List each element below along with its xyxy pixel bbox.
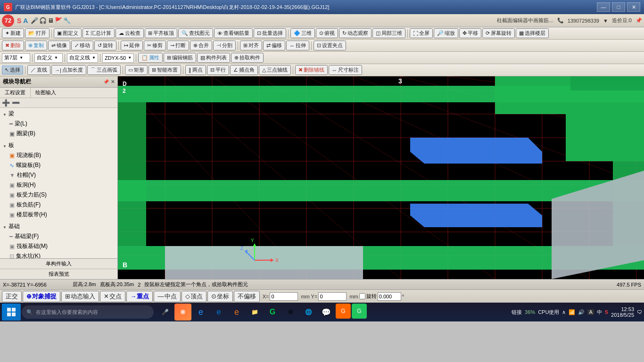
snap-btn-obj-snap[interactable]: ⊕ 对象捕捉 bbox=[23, 291, 60, 302]
layer-combo[interactable]: 第7层 bbox=[2, 53, 30, 63]
btn-find-elem[interactable]: 🔍查找图元 bbox=[178, 28, 213, 38]
ime-cn-icon[interactable]: 中 bbox=[597, 309, 602, 316]
nav-item-col-cap[interactable]: ▼柱帽(V) bbox=[0, 170, 117, 180]
network-icon[interactable]: 📶 bbox=[569, 309, 575, 315]
btn-rotate[interactable]: ↺旋转 bbox=[94, 41, 116, 50]
nav-item-slab-neg-f[interactable]: ▣板负筋(F) bbox=[0, 200, 117, 210]
btn-3pt-arc[interactable]: ⌒三点画弧 bbox=[87, 65, 121, 75]
nav-section-found-header[interactable]: 基础 bbox=[0, 222, 117, 231]
btn-stretch[interactable]: ↔拉伸 bbox=[286, 41, 309, 50]
start-button[interactable] bbox=[2, 304, 21, 321]
btn-parallel[interactable]: ⊟平行 bbox=[207, 65, 229, 75]
btn-move[interactable]: ⤢移动 bbox=[71, 41, 93, 50]
snap-btn-no-offset[interactable]: 不偏移 bbox=[234, 291, 260, 302]
btn-report-preview[interactable]: 报表预览 bbox=[0, 269, 117, 279]
y-coord-input[interactable] bbox=[318, 292, 347, 301]
nav-item-slab-rebar-s[interactable]: ▣板受力筋(S) bbox=[0, 190, 117, 200]
nav-item-ring-beam[interactable]: ▣ 圈梁(B) bbox=[0, 129, 117, 139]
btn-sum[interactable]: Σ 汇总计算 bbox=[83, 28, 115, 38]
btn-align[interactable]: ⊞对齐 bbox=[240, 41, 262, 50]
snap-btn-ortho[interactable]: 正交 bbox=[2, 291, 22, 302]
taskbar-app-chat[interactable]: 💬 bbox=[318, 304, 335, 321]
nav-tab-engineering[interactable]: 工程设置 bbox=[0, 88, 31, 98]
viewport-3d[interactable]: D 2 3 B X Y Z bbox=[118, 76, 644, 279]
antivirus-icon[interactable]: S bbox=[605, 309, 608, 315]
maximize-button[interactable]: □ bbox=[612, 2, 625, 12]
btn-3pt-axis[interactable]: △三点轴线 bbox=[259, 65, 291, 75]
btn-new[interactable]: ✦新建 bbox=[2, 28, 24, 38]
tray-chevron[interactable]: ∧ bbox=[562, 309, 566, 315]
btn-edit-rebar[interactable]: ⊞编辑钢筋 bbox=[164, 53, 196, 63]
nav-item-beam-l[interactable]: ━ 梁(L) bbox=[0, 119, 117, 129]
snap-btn-intersect[interactable]: ✕ 交点 bbox=[100, 291, 125, 302]
taskbar-app-browser2[interactable]: e bbox=[228, 304, 245, 321]
btn-single-comp[interactable]: 单构件输入 bbox=[0, 259, 117, 269]
taskbar-app-folder[interactable]: 📁 bbox=[246, 304, 263, 321]
btn-top-view[interactable]: ⊙俯视 bbox=[316, 28, 338, 38]
btn-dynamic-obs[interactable]: ↻动态观察 bbox=[339, 28, 372, 38]
snap-btn-coord[interactable]: ⊙ 坐标 bbox=[207, 291, 233, 302]
btn-align-top[interactable]: ⊞平齐板顶 bbox=[145, 28, 177, 38]
btn-dim[interactable]: ↔尺寸标注 bbox=[329, 65, 362, 75]
taskbar-app-settings[interactable]: ⚙ bbox=[282, 304, 299, 321]
btn-offset[interactable]: ⇄偏移 bbox=[263, 41, 285, 50]
btn-mirror[interactable]: ⇌镜像 bbox=[48, 41, 70, 50]
btn-select[interactable]: ↖选择 bbox=[2, 66, 23, 74]
nav-item-sump[interactable]: ⊡集水坑(K) bbox=[0, 251, 117, 258]
close-button[interactable]: ✕ bbox=[627, 2, 640, 12]
btn-batch-select[interactable]: ⊡批量选择 bbox=[254, 28, 286, 38]
btn-pick-comp[interactable]: ⊕拾取构件 bbox=[231, 53, 264, 63]
x-coord-input[interactable] bbox=[270, 292, 298, 301]
btn-set-grip[interactable]: ⊡设置夹点 bbox=[314, 41, 346, 50]
nav-item-found-beam[interactable]: ━基础梁(F) bbox=[0, 231, 117, 241]
nav-pin-icon[interactable]: 📌 bbox=[103, 79, 109, 84]
linetype-combo[interactable]: 自定义线 bbox=[67, 53, 98, 63]
snap-btn-vertex[interactable]: ◇ 顶点 bbox=[182, 291, 206, 302]
nav-item-raft-found[interactable]: ▣筏板基础(M) bbox=[0, 241, 117, 251]
clock-display[interactable]: 12:53 2018/5/25 bbox=[611, 306, 634, 318]
nav-tab-drawing[interactable]: 绘图输入 bbox=[31, 88, 61, 98]
btn-fullscreen[interactable]: ⛶全屏 bbox=[410, 28, 433, 38]
btn-cloud-check[interactable]: ☁云检查 bbox=[116, 28, 144, 38]
rotate-checkbox[interactable] bbox=[359, 293, 365, 299]
btn-zoom[interactable]: 🔎缩放 bbox=[434, 28, 458, 38]
taskbar-app-edge[interactable]: e bbox=[210, 304, 227, 321]
taskbar-app-mic[interactable]: 🎤 bbox=[157, 304, 173, 321]
snap-btn-dynamic[interactable]: ⊞ 动态输入 bbox=[61, 291, 99, 302]
taskbar-app-orange[interactable]: G bbox=[336, 304, 351, 319]
btn-extend[interactable]: ↦延伸 bbox=[121, 41, 143, 50]
minimize-button[interactable]: — bbox=[597, 2, 610, 12]
snap-btn-endpoint[interactable]: → 重点 bbox=[126, 291, 153, 302]
nav-item-slab-hole[interactable]: ▣板洞(H) bbox=[0, 180, 117, 190]
btn-properties[interactable]: 📋属性 bbox=[138, 53, 163, 63]
ime-icon[interactable]: A bbox=[587, 309, 594, 315]
btn-define[interactable]: ▣图定义 bbox=[54, 28, 82, 38]
nav-add-icon[interactable]: ➕ bbox=[2, 99, 10, 107]
btn-view-rebar[interactable]: 👁查看钢筋量 bbox=[214, 28, 253, 38]
btn-split[interactable]: ⊣分割 bbox=[213, 41, 236, 50]
btn-del-aux[interactable]: ✖删除辅线 bbox=[295, 65, 328, 75]
btn-smart-place[interactable]: ⊞智能布置 bbox=[149, 65, 181, 75]
nav-item-floor-band[interactable]: ▣楼层板带(H) bbox=[0, 210, 117, 220]
nav-item-spiral-slab[interactable]: ∿螺旋板(B) bbox=[0, 160, 117, 170]
btn-delete[interactable]: ✖删除 bbox=[2, 41, 24, 50]
btn-merge[interactable]: ⊕合并 bbox=[190, 41, 212, 50]
notification-icon[interactable]: 🗨 bbox=[637, 309, 642, 315]
dropdown-arrow[interactable]: ▼ bbox=[603, 18, 608, 24]
taskbar-app-green2[interactable]: G bbox=[352, 304, 367, 319]
volume-icon[interactable]: 🔊 bbox=[578, 309, 585, 315]
taskbar-app-game[interactable]: G bbox=[264, 304, 281, 321]
zdyx-combo[interactable]: ZDYX-50 bbox=[102, 53, 134, 63]
btn-screen-rotate[interactable]: ⟳屏幕旋转 bbox=[482, 28, 515, 38]
btn-trim[interactable]: ✂修剪 bbox=[144, 41, 166, 50]
nav-section-slab-header[interactable]: 板 bbox=[0, 140, 117, 150]
btn-angle-pt[interactable]: ∠捕点角 bbox=[230, 65, 258, 75]
btn-comp-list[interactable]: ▤构件列表 bbox=[197, 53, 230, 63]
taskbar-app-store[interactable]: ❋ bbox=[174, 304, 191, 321]
btn-line[interactable]: ／直线 bbox=[27, 65, 50, 75]
nav-close-icon[interactable]: ✕ bbox=[111, 79, 115, 84]
nav-minus-icon[interactable]: ➖ bbox=[12, 99, 20, 107]
rotate-input[interactable] bbox=[378, 292, 401, 301]
taskbar-app-network[interactable]: 🌐 bbox=[300, 304, 317, 321]
taskbar-app-ie[interactable]: e bbox=[192, 304, 209, 321]
